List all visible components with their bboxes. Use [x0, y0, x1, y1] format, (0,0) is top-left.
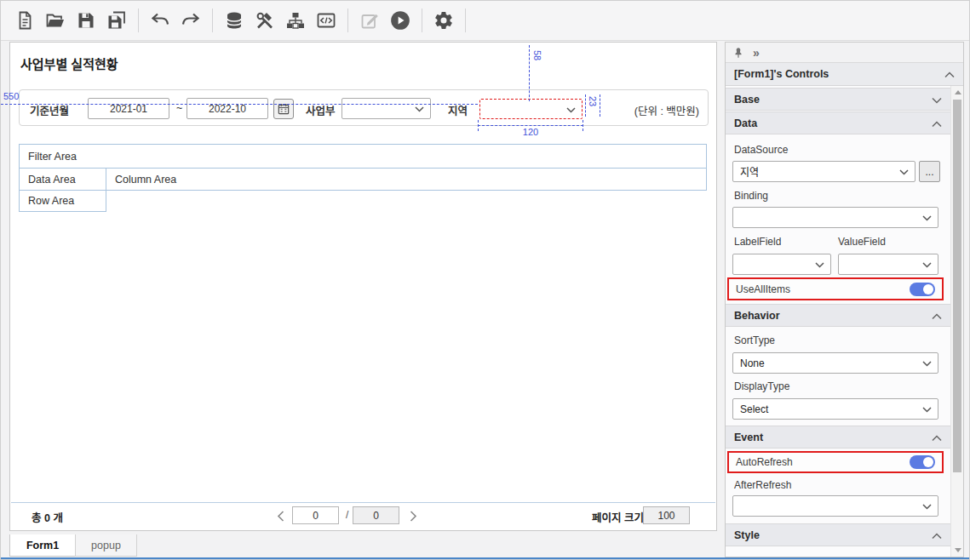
pivot-data-area[interactable]: Data Area — [19, 168, 106, 191]
sorttype-value: None — [740, 357, 765, 369]
chevron-up-icon — [944, 71, 955, 78]
save-button[interactable] — [71, 5, 101, 36]
page-current-input[interactable] — [292, 506, 339, 524]
afterrefresh-dropdown[interactable] — [732, 495, 938, 517]
pivot-filter-area[interactable]: Filter Area — [19, 144, 707, 169]
tab-form1[interactable]: Form1 — [9, 534, 76, 557]
panel-title-label: [Form1]'s Controls — [734, 68, 829, 80]
pivot-column-area-label: Column Area — [115, 174, 176, 186]
datasource-value: 지역 — [740, 164, 759, 179]
chevron-down-icon — [922, 504, 932, 510]
page-size-input[interactable] — [643, 506, 690, 524]
page-next-button[interactable] — [410, 510, 417, 525]
binding-dropdown[interactable] — [732, 207, 938, 228]
scroll-down-button[interactable] — [951, 544, 964, 557]
settings-button[interactable] — [428, 5, 459, 36]
toolbar-separator — [212, 9, 213, 32]
displaytype-dropdown[interactable]: Select — [732, 398, 938, 420]
run-button[interactable] — [385, 5, 416, 36]
tools-button[interactable] — [250, 5, 280, 36]
collapse-panel-icon[interactable]: » — [753, 46, 760, 60]
page-prev-button[interactable] — [277, 510, 284, 525]
section-event-label: Event — [734, 431, 763, 443]
chevron-up-icon — [932, 121, 942, 128]
useallitems-label: UseAllItems — [736, 283, 790, 295]
labelfield-dropdown[interactable] — [732, 254, 831, 275]
pivot-row-area[interactable]: Row Area — [19, 190, 106, 212]
chevron-down-icon — [932, 97, 942, 104]
calendar-icon — [277, 102, 290, 116]
section-style[interactable]: Style — [726, 523, 950, 546]
datasource-button[interactable] — [219, 5, 250, 36]
code-icon — [316, 10, 336, 31]
filter-bar: 기준년월 ~ 사업부 지역 (단위 : 백만원) — [19, 89, 709, 126]
sorttype-label: SortType — [734, 334, 775, 346]
pivot-row-area-label: Row Area — [28, 195, 74, 207]
chevron-down-icon — [566, 107, 576, 113]
valuefield-label: ValueField — [838, 236, 886, 248]
edit-button[interactable] — [354, 5, 385, 36]
form-design-canvas: 사업부별 실적현황 기준년월 ~ 사업부 지역 (단위 : 백만원) Filte… — [9, 42, 717, 531]
open-folder-icon — [45, 10, 66, 31]
section-base-label: Base — [734, 94, 760, 106]
section-style-label: Style — [734, 529, 760, 541]
chevron-down-icon — [922, 361, 932, 367]
range-separator: ~ — [176, 102, 182, 114]
tab-popup[interactable]: popup — [75, 534, 137, 557]
displaytype-value: Select — [740, 403, 768, 415]
gear-icon — [433, 10, 454, 31]
datasource-label: DataSource — [734, 144, 788, 156]
region-dropdown-selected[interactable] — [479, 99, 583, 119]
redo-button[interactable] — [175, 5, 206, 36]
calendar-button[interactable] — [273, 99, 294, 119]
scrollbar-thumb[interactable] — [953, 100, 961, 472]
date-to-input[interactable] — [187, 98, 268, 119]
division-dropdown[interactable] — [342, 98, 431, 119]
region-label: 지역 — [448, 102, 468, 118]
valuefield-dropdown[interactable] — [838, 254, 938, 275]
useallitems-row-highlighted: UseAllItems — [727, 277, 944, 300]
sitemap-icon — [285, 10, 306, 31]
save-all-icon — [106, 10, 127, 31]
new-document-button[interactable] — [9, 5, 40, 36]
pin-icon[interactable] — [732, 47, 744, 59]
save-all-button[interactable] — [101, 5, 132, 36]
run-icon — [389, 9, 411, 31]
pivot-column-area[interactable]: Column Area — [106, 168, 707, 191]
unit-note: (단위 : 백만원) — [634, 102, 699, 118]
useallitems-toggle-on[interactable] — [910, 283, 935, 296]
datasource-dropdown[interactable]: 지역 — [732, 161, 915, 182]
datasource-more-button[interactable]: ... — [919, 161, 940, 182]
autorefresh-row-highlighted: AutoRefresh — [727, 451, 944, 473]
panel-title-header[interactable]: [Form1]'s Controls — [726, 63, 963, 86]
autorefresh-toggle-on[interactable] — [910, 455, 935, 469]
section-behavior-label: Behavior — [734, 310, 780, 322]
panel-scrollbar[interactable] — [950, 86, 963, 557]
chevron-up-icon — [932, 435, 942, 442]
code-view-button[interactable] — [311, 5, 342, 36]
binding-label: Binding — [734, 190, 768, 202]
toggle-knob — [923, 284, 933, 294]
sitemap-button[interactable] — [280, 5, 311, 36]
section-event[interactable]: Event — [726, 426, 950, 449]
open-file-button[interactable] — [40, 5, 71, 36]
section-base[interactable]: Base — [726, 88, 950, 111]
pivot-data-area-label: Data Area — [28, 174, 76, 186]
main-toolbar — [1, 1, 969, 41]
toolbar-separator — [422, 9, 422, 32]
chevron-up-icon — [932, 313, 942, 320]
chevron-down-icon — [899, 169, 909, 175]
undo-button[interactable] — [145, 5, 175, 36]
date-from-input[interactable] — [88, 98, 169, 119]
panel-pin-bar: » — [726, 43, 963, 63]
properties-panel: » [Form1]'s Controls Base Data DataSourc… — [725, 42, 964, 557]
scroll-up-button[interactable] — [951, 86, 964, 99]
section-data[interactable]: Data — [726, 111, 950, 134]
database-icon — [224, 10, 244, 31]
displaytype-label: DisplayType — [734, 380, 789, 392]
section-behavior[interactable]: Behavior — [726, 304, 950, 327]
sorttype-dropdown[interactable]: None — [732, 352, 938, 374]
undo-icon — [150, 10, 170, 31]
labelfield-label: LabelField — [734, 236, 781, 248]
chevron-right-icon — [410, 511, 417, 522]
